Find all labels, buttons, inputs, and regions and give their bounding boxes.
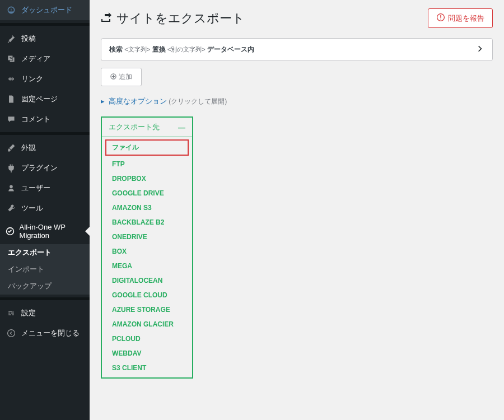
menu-separator xyxy=(0,132,90,135)
warning-icon xyxy=(436,13,445,24)
menu-label: All-in-One WP Migration xyxy=(20,223,84,240)
menu-users[interactable]: ユーザー xyxy=(0,178,90,198)
find-replace-row[interactable]: 検索 <文字列> 置換 <別の文字列> データベース内 xyxy=(101,38,493,61)
menu-media[interactable]: メディア xyxy=(0,49,90,69)
report-issue-label: 問題を報告 xyxy=(448,13,484,24)
header-row: サイトをエクスポート 問題を報告 xyxy=(101,8,493,28)
menu-label: ユーザー xyxy=(21,183,50,193)
report-issue-button[interactable]: 問題を報告 xyxy=(428,8,493,28)
menu-posts[interactable]: 投稿 xyxy=(0,29,90,49)
submenu-backup[interactable]: バックアップ xyxy=(0,278,90,295)
export-dest-google-cloud[interactable]: GOOGLE CLOUD xyxy=(102,288,192,302)
pin-icon xyxy=(6,33,17,44)
menu-settings[interactable]: 設定 xyxy=(0,303,90,323)
export-dest-box[interactable]: BOX xyxy=(102,244,192,259)
menu-plugins[interactable]: プラグイン xyxy=(0,158,90,178)
in-database-label: データベース内 xyxy=(207,45,254,53)
export-destination-list: ファイル FTP DROPBOX GOOGLE DRIVE AMAZON S3 … xyxy=(102,137,192,377)
menu-pages[interactable]: 固定ページ xyxy=(0,89,90,109)
find-replace-text: 検索 <文字列> 置換 <別の文字列> データベース内 xyxy=(109,45,254,54)
replace-placeholder: <別の文字列> xyxy=(167,46,206,53)
menu-label: ツール xyxy=(21,203,43,213)
advanced-options-hint: (クリックして展開) xyxy=(169,97,227,105)
export-dropdown-header[interactable]: エクスポート先 — xyxy=(102,118,192,137)
submenu-import[interactable]: インポート xyxy=(0,261,90,278)
menu-separator xyxy=(0,23,90,26)
menu-label: メディア xyxy=(21,54,50,64)
menu-label: ダッシュボード xyxy=(21,5,72,15)
add-button-label: 追加 xyxy=(119,72,132,82)
export-dest-ftp[interactable]: FTP xyxy=(102,157,192,171)
user-icon xyxy=(6,183,17,194)
dashboard-icon xyxy=(6,4,17,16)
menu-ai1wm[interactable]: All-in-One WP Migration xyxy=(0,218,90,244)
main-content: サイトをエクスポート 問題を報告 検索 <文字列> 置換 <別の文字列> データ… xyxy=(90,0,504,420)
replace-label: 置換 xyxy=(152,45,166,53)
link-icon xyxy=(6,73,17,85)
submenu-export[interactable]: エクスポート xyxy=(0,244,90,261)
comment-icon xyxy=(6,114,17,125)
ai1wm-submenu: エクスポート インポート バックアップ xyxy=(0,244,90,295)
export-dest-mega[interactable]: MEGA xyxy=(102,259,192,273)
export-dest-amazon-glacier[interactable]: AMAZON GLACIER xyxy=(102,317,192,332)
chevron-right-icon xyxy=(475,44,484,55)
menu-appearance[interactable]: 外観 xyxy=(0,138,90,158)
export-dest-backblaze-b2[interactable]: BACKBLAZE B2 xyxy=(102,215,192,230)
page-title: サイトをエクスポート xyxy=(101,10,245,27)
add-button[interactable]: 追加 xyxy=(101,68,142,86)
menu-separator xyxy=(0,297,90,300)
export-dest-file[interactable]: ファイル xyxy=(105,139,189,156)
settings-icon xyxy=(6,307,17,319)
svg-point-1 xyxy=(8,330,15,337)
plus-icon xyxy=(110,73,116,81)
export-icon xyxy=(101,11,112,26)
export-to-label: エクスポート先 xyxy=(109,122,160,132)
export-dest-webdav[interactable]: WEBDAV xyxy=(102,346,192,361)
menu-label: リンク xyxy=(21,74,43,84)
menu-label: 外観 xyxy=(21,143,36,153)
export-dest-dropbox[interactable]: DROPBOX xyxy=(102,171,192,186)
tools-icon xyxy=(6,203,17,214)
export-dest-s3-client[interactable]: S3 CLIENT xyxy=(102,361,192,375)
menu-collapse[interactable]: メニューを閉じる xyxy=(0,323,90,343)
media-icon xyxy=(6,53,17,64)
menu-label: 投稿 xyxy=(21,34,36,44)
menu-comments[interactable]: コメント xyxy=(0,109,90,129)
admin-sidebar: ダッシュボード 投稿 メディア リンク 固定ページ コメント xyxy=(0,0,90,420)
migration-icon xyxy=(6,226,15,237)
page-icon xyxy=(6,94,17,105)
advanced-options-link: 高度なオプション xyxy=(109,97,167,105)
menu-label: プラグイン xyxy=(21,163,58,173)
menu-label: コメント xyxy=(21,114,50,124)
page-title-text: サイトをエクスポート xyxy=(116,10,245,27)
export-dest-onedrive[interactable]: ONEDRIVE xyxy=(102,230,192,244)
menu-label: 設定 xyxy=(21,308,36,318)
export-dest-google-drive[interactable]: GOOGLE DRIVE xyxy=(102,186,192,200)
menu-tools[interactable]: ツール xyxy=(0,198,90,218)
advanced-options-toggle[interactable]: ▸ 高度なオプション (クリックして展開) xyxy=(101,96,493,106)
collapse-icon xyxy=(6,328,17,339)
caret-right-icon: ▸ xyxy=(101,97,105,105)
search-placeholder: <文字列> xyxy=(124,46,150,53)
export-dest-digitalocean[interactable]: DIGITALOCEAN xyxy=(102,273,192,288)
export-dest-amazon-s3[interactable]: AMAZON S3 xyxy=(102,200,192,215)
export-dest-pcloud[interactable]: PCLOUD xyxy=(102,332,192,346)
minus-icon: — xyxy=(178,123,185,132)
plugin-icon xyxy=(6,162,17,174)
export-dest-azure-storage[interactable]: AZURE STORAGE xyxy=(102,302,192,317)
menu-links[interactable]: リンク xyxy=(0,69,90,89)
menu-label: 固定ページ xyxy=(21,94,58,104)
export-destination-dropdown: エクスポート先 — ファイル FTP DROPBOX GOOGLE DRIVE … xyxy=(101,116,193,379)
menu-label: メニューを閉じる xyxy=(21,328,80,338)
menu-dashboard[interactable]: ダッシュボード xyxy=(0,0,90,20)
brush-icon xyxy=(6,142,17,153)
search-label: 検索 xyxy=(109,45,123,53)
